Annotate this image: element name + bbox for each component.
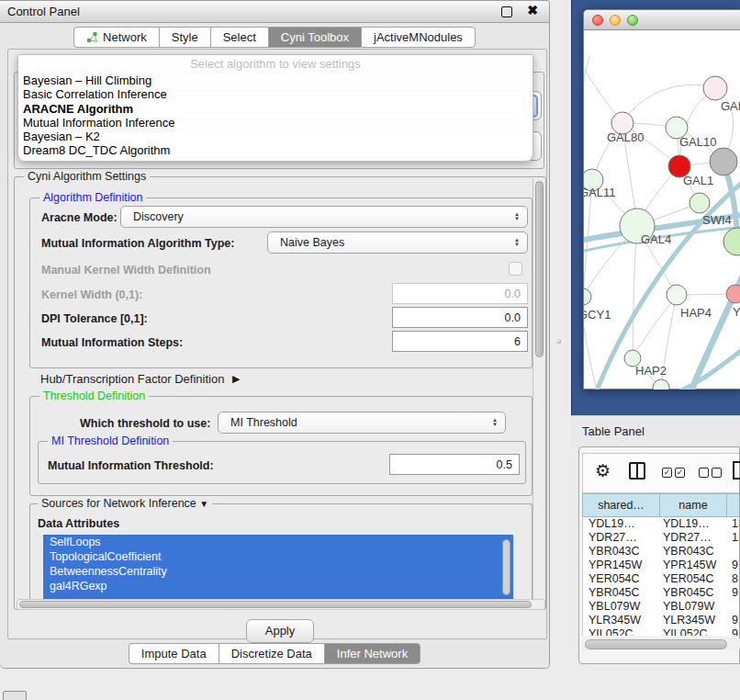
algorithm-option-mutual-information-inference[interactable]: Mutual Information Inference xyxy=(18,116,533,130)
bottom-tab-impute-data[interactable]: Impute Data xyxy=(129,643,219,664)
checked-box-icon[interactable]: ✓ xyxy=(662,468,672,478)
network-canvas[interactable]: GALGAL80GAL10GAL1GAL11GAL4SWI4GCY1HAP4YH… xyxy=(584,29,740,390)
table-row[interactable]: YER054CYER054C8. xyxy=(583,572,739,586)
node[interactable] xyxy=(710,148,737,175)
document-icon[interactable] xyxy=(733,461,740,480)
chevron-down-icon[interactable]: ▼ xyxy=(199,499,208,509)
splitpane-grip[interactable] xyxy=(556,339,561,344)
table-hscrollbar[interactable] xyxy=(582,638,740,650)
mi-threshold-field[interactable]: 0.5 xyxy=(389,454,520,475)
node-label-gal11: GAL11 xyxy=(584,186,616,199)
table-cell: YDR27… xyxy=(589,531,637,545)
node-hap4[interactable] xyxy=(667,285,687,305)
node-y[interactable] xyxy=(726,285,740,303)
close-icon[interactable]: ✖ xyxy=(527,3,538,17)
algorithm-option-bayesian-hill-climbing[interactable]: Bayesian – Hill Climbing xyxy=(18,73,533,87)
settings-hscrollbar[interactable] xyxy=(17,599,545,610)
table-cell: YBL079W xyxy=(589,600,640,614)
tab-label: Cyni Toolbox xyxy=(281,28,349,47)
sources-group-title: Sources for Network Inference ▼ xyxy=(38,497,212,511)
mi-type-combo[interactable]: Naive Bayes ▲▼ xyxy=(267,231,528,254)
algorithm-option-dream8-dc-tdc-algorithm[interactable]: Dream8 DC_TDC Algorithm xyxy=(18,143,533,157)
attribute-item-topologicalcoefficient[interactable]: TopologicalCoefficient xyxy=(43,549,513,564)
node-gcy1[interactable] xyxy=(584,288,591,305)
apply-button[interactable]: Apply xyxy=(246,619,314,643)
table-cell: YER054C xyxy=(663,572,714,586)
tab-jactivemnodules[interactable]: jActiveMNodules xyxy=(361,27,476,48)
algorithm-definition-group: Algorithm Definition Aracne Mode: Discov… xyxy=(29,198,533,368)
network-window-titlebar[interactable] xyxy=(584,10,740,30)
tab-select[interactable]: Select xyxy=(210,27,268,48)
unchecked-box-icon[interactable] xyxy=(699,468,709,478)
chevron-right-icon[interactable]: ▶ xyxy=(232,373,240,384)
node-gal[interactable] xyxy=(703,76,727,100)
node[interactable] xyxy=(690,193,710,213)
aracne-mode-combo[interactable]: Discovery ▲▼ xyxy=(120,206,528,228)
column-header-name[interactable]: name xyxy=(660,494,727,516)
settings-hscrollbar-thumb[interactable] xyxy=(19,601,532,608)
table-row[interactable]: YPR145WYPR145W9. xyxy=(583,559,739,572)
stepper-icon: ▲▼ xyxy=(514,238,520,247)
network-desktop: GALGAL80GAL10GAL1GAL11GAL4SWI4GCY1HAP4YH… xyxy=(571,0,740,415)
node-swi4[interactable] xyxy=(723,228,740,255)
control-panel-titlebar[interactable]: Control Panel ✖ xyxy=(0,1,549,23)
list-vscrollbar-thumb[interactable] xyxy=(502,539,510,595)
which-threshold-value: MI Threshold xyxy=(230,416,297,429)
unchecked-box-icon[interactable] xyxy=(712,468,722,478)
table-cell: YIL052C xyxy=(589,627,633,636)
algorithm-option-aracne-algorithm[interactable]: ARACNE Algorithm xyxy=(18,102,533,116)
network-icon xyxy=(86,31,98,43)
bottom-tab-discretize-data[interactable]: Discretize Data xyxy=(219,643,324,664)
table-row[interactable]: YBR045CYBR045C9. xyxy=(583,586,739,600)
attribute-item-betweennesscentrality[interactable]: BetweennessCentrality xyxy=(43,564,513,579)
zoom-traffic-light[interactable] xyxy=(627,15,638,26)
table-cell: 12 xyxy=(732,531,739,545)
mi-type-value: Naive Bayes xyxy=(280,236,344,249)
table-row[interactable]: YLR345WYLR345W9. xyxy=(583,614,739,627)
bottom-tab-infer-network[interactable]: Infer Network xyxy=(324,643,420,664)
settings-vscrollbar[interactable] xyxy=(533,178,544,599)
cyni-settings-group: Cyni Algorithm Settings Algorithm Defini… xyxy=(14,176,546,610)
attribute-item-gal4rgexp[interactable]: gal4RGexp xyxy=(43,579,513,593)
dpi-tolerance-field[interactable]: 0.0 xyxy=(392,307,528,328)
data-attributes-list[interactable]: SelfLoopsTopologicalCoefficientBetweenne… xyxy=(43,535,513,602)
tab-network[interactable]: Network xyxy=(73,27,159,48)
which-threshold-label: Which threshold to use: xyxy=(80,417,210,430)
which-threshold-combo[interactable]: MI Threshold ▲▼ xyxy=(218,412,506,434)
table-cell: 13 xyxy=(732,517,739,531)
table-hscrollbar-thumb[interactable] xyxy=(585,639,727,649)
cyni-settings-title: Cyni Algorithm Settings xyxy=(24,170,150,184)
panel-title: Control Panel xyxy=(7,5,80,18)
node[interactable] xyxy=(653,379,669,390)
float-window-icon[interactable] xyxy=(501,6,512,17)
collapsed-panel-icon[interactable] xyxy=(3,691,27,700)
table-row[interactable]: YDR27…YDR27…12 xyxy=(583,531,739,545)
kernel-width-label: Kernel Width (0,1): xyxy=(41,288,142,301)
minimize-traffic-light[interactable] xyxy=(610,15,621,26)
column-header-shared[interactable]: shared… xyxy=(583,494,660,516)
column-header-cut[interactable] xyxy=(727,494,740,516)
checked-box-icon[interactable]: ✓ xyxy=(675,468,685,478)
gear-icon[interactable]: ⚙ xyxy=(595,460,611,481)
table-row[interactable]: YBL079WYBL079W xyxy=(583,600,739,614)
mi-steps-field[interactable]: 6 xyxy=(392,331,528,352)
split-columns-icon[interactable] xyxy=(629,462,645,480)
table-row[interactable]: YDL19…YDL19…13 xyxy=(583,517,739,531)
stepper-icon: ▲▼ xyxy=(492,418,498,427)
manual-kernel-checkbox[interactable] xyxy=(509,262,522,276)
table-cell: YDL19… xyxy=(663,517,710,531)
manual-kernel-label: Manual Kernel Width Definition xyxy=(41,264,211,277)
table-cell: 9. xyxy=(732,614,739,627)
algorithm-option-basic-correlation-inference[interactable]: Basic Correlation Inference xyxy=(18,87,533,101)
hub-section-toggle[interactable]: Hub/Transcription Factor Definition ▶ xyxy=(40,372,235,386)
close-traffic-light[interactable] xyxy=(592,15,603,26)
table-row[interactable]: YIL052CYIL052C9. xyxy=(583,627,739,636)
algorithm-option-bayesian-k2[interactable]: Bayesian – K2 xyxy=(18,130,533,143)
tab-label: Discretize Data xyxy=(231,644,312,663)
table-row[interactable]: YBR043CYBR043C xyxy=(583,545,739,559)
kernel-width-field[interactable]: 0.0 xyxy=(392,283,528,304)
settings-vscrollbar-thumb[interactable] xyxy=(535,181,544,357)
tab-cyni-toolbox[interactable]: Cyni Toolbox xyxy=(268,27,361,48)
tab-style[interactable]: Style xyxy=(159,27,210,48)
attribute-item-selfloops[interactable]: SelfLoops xyxy=(43,535,513,549)
